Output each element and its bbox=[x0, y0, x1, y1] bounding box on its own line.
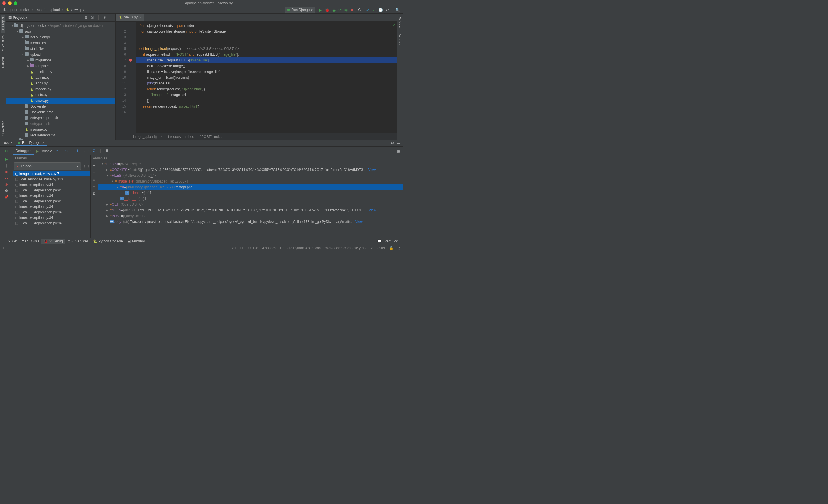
variable-row[interactable]: ▶ ≡ 0 = {InMemoryUploadedFile: 17680} fa… bbox=[97, 184, 403, 190]
variable-row[interactable]: 01 __len__ = {int} 1 bbox=[97, 190, 403, 196]
run-icon[interactable]: ▶ bbox=[319, 8, 322, 12]
tool-tab-database[interactable]: Database bbox=[398, 31, 402, 49]
force-step-into-icon[interactable]: ⇓ bbox=[82, 149, 85, 153]
project-panel-title[interactable]: ▤ Project ▾ bbox=[8, 15, 28, 19]
tool-tab-favorites[interactable]: 2: Favorites bbox=[1, 119, 5, 140]
bottom-tab-debug[interactable]: 🐞 5: Debug bbox=[41, 239, 65, 244]
close-icon[interactable]: × bbox=[42, 141, 44, 145]
coverage-icon[interactable]: ◉ bbox=[332, 8, 335, 12]
tree-row[interactable]: ▶ hello_django bbox=[6, 34, 115, 40]
tree-row[interactable]: ▶ templates bbox=[6, 63, 115, 69]
variables-tree[interactable]: ▼ ≡ request = {WSGIRequest} ▶ ≡ COOKIES … bbox=[97, 161, 403, 238]
breakpoint-gutter[interactable] bbox=[128, 21, 132, 133]
tree-row[interactable]: Dockerfile bbox=[6, 103, 115, 109]
copy-icon[interactable]: ⧉ bbox=[93, 191, 95, 195]
tree-row[interactable]: 🐍 models.py bbox=[6, 86, 115, 92]
code-editor[interactable]: 12345678910111213141516 from django.shor… bbox=[116, 21, 397, 133]
frame-row[interactable]: ▢__call__, deprecation.py:94 bbox=[13, 209, 90, 215]
history-icon[interactable]: 🕒 bbox=[378, 8, 383, 12]
tree-row[interactable]: requirements.txt bbox=[6, 132, 115, 138]
tree-row[interactable]: ▼ upload bbox=[6, 52, 115, 57]
down-icon[interactable]: ▼ bbox=[92, 185, 96, 189]
hide-icon[interactable]: — bbox=[397, 141, 401, 145]
crumb-0[interactable]: django-on-docker bbox=[2, 8, 31, 12]
tree-row[interactable]: ▶ migrations bbox=[6, 57, 115, 63]
expand-icon[interactable]: ⇲ bbox=[91, 15, 94, 20]
tree-row[interactable]: mediafiles bbox=[6, 40, 115, 46]
event-log-tab[interactable]: 💬 Event Log bbox=[375, 239, 401, 244]
frame-row[interactable]: ▢__call__, deprecation.py:94 bbox=[13, 220, 90, 226]
prev-frame-icon[interactable]: ↑ bbox=[82, 164, 86, 168]
tree-row[interactable]: 🐍 admin.py bbox=[6, 75, 115, 81]
bottom-tab-services[interactable]: ⊙ 8: Services bbox=[65, 239, 91, 244]
tree-row[interactable]: entrypoint.prod.sh bbox=[6, 115, 115, 121]
profile-icon[interactable]: ⟳ bbox=[338, 8, 342, 12]
frame-row[interactable]: ▢image_upload, views.py:7 bbox=[13, 171, 90, 177]
tree-row[interactable]: 🐍 apps.py bbox=[6, 81, 115, 86]
frame-row[interactable]: ▢inner, exception.py:34 bbox=[13, 193, 90, 198]
memory-indicator-icon[interactable]: ◔ bbox=[398, 246, 401, 250]
indent[interactable]: 4 spaces bbox=[262, 246, 276, 250]
frame-row[interactable]: ▢inner, exception.py:34 bbox=[13, 204, 90, 209]
fold-gutter[interactable] bbox=[132, 21, 136, 133]
ed-crumb-0[interactable]: image_upload() bbox=[133, 135, 157, 139]
debugger-tab[interactable]: Debugger bbox=[13, 148, 34, 154]
remove-watch-icon[interactable]: − bbox=[93, 171, 95, 175]
stop-icon[interactable]: ■ bbox=[350, 8, 353, 12]
editor-breadcrumbs[interactable]: image_upload() 〉 if request.method == "P… bbox=[116, 133, 397, 140]
bottom-tab-terminal[interactable]: ▣ Terminal bbox=[125, 239, 147, 244]
tree-row[interactable]: 🐍 manage.py bbox=[6, 127, 115, 132]
gear-icon[interactable]: ✻ bbox=[390, 141, 394, 145]
analysis-ok-icon[interactable]: ✓ bbox=[392, 23, 396, 27]
line-separator[interactable]: LF bbox=[240, 246, 244, 250]
add-watch-icon[interactable]: ＋ bbox=[92, 163, 96, 168]
rerun-icon[interactable]: ↻ bbox=[0, 149, 13, 153]
variable-row[interactable]: ▶ ≡ GET = {QueryDict: 0} bbox=[97, 201, 403, 207]
project-tree[interactable]: ▼ django-on-docker~/repos/testdriven/dja… bbox=[6, 21, 115, 140]
close-window-btn[interactable] bbox=[2, 1, 6, 5]
tree-row[interactable]: ▼ django-on-docker~/repos/testdriven/dja… bbox=[6, 23, 115, 29]
console-tab[interactable]: ▶ Console bbox=[34, 148, 54, 154]
search-icon[interactable]: 🔍 bbox=[395, 8, 400, 12]
frame-row[interactable]: ▢_get_response, base.py:113 bbox=[13, 177, 90, 182]
frame-row[interactable]: ▢__call__, deprecation.py:94 bbox=[13, 187, 90, 193]
minimize-window-btn[interactable] bbox=[8, 1, 11, 5]
locate-icon[interactable]: ⊕ bbox=[85, 15, 88, 20]
variable-row[interactable]: ▶ ≡ META = {dict: 71} {'PYDEVD_LOAD_VALU… bbox=[97, 207, 403, 213]
crumb-2[interactable]: upload bbox=[48, 8, 61, 12]
threads-icon[interactable]: ≡ bbox=[56, 149, 58, 153]
variable-row[interactable]: 01 body = {str} 'Traceback (most recent … bbox=[97, 219, 403, 225]
step-into-icon[interactable]: ↓ bbox=[71, 149, 73, 153]
step-into-my-icon[interactable]: ⤓ bbox=[76, 149, 79, 153]
tree-row[interactable]: Dockerfile.prod bbox=[6, 109, 115, 115]
frames-list[interactable]: ▢image_upload, views.py:7▢_get_response,… bbox=[13, 171, 90, 238]
zoom-window-btn[interactable] bbox=[14, 1, 17, 5]
tree-row[interactable]: 🐍 __init__.py bbox=[6, 69, 115, 75]
settings-icon[interactable]: ✻ bbox=[5, 189, 8, 193]
caret-position[interactable]: 7:1 bbox=[232, 246, 236, 250]
variable-row[interactable]: 01 __len__ = {int} 1 bbox=[97, 196, 403, 201]
variable-row[interactable]: ▼ ≡ request = {WSGIRequest} bbox=[97, 161, 403, 167]
tree-row[interactable]: staticfiles bbox=[6, 46, 115, 52]
tool-tab-project[interactable]: 1: Project bbox=[1, 15, 5, 33]
git-commit-icon[interactable]: ✓ bbox=[372, 8, 375, 12]
git-branch[interactable]: ⎇ master bbox=[370, 246, 385, 250]
tree-row[interactable]: ▼ app bbox=[6, 29, 115, 34]
bottom-tab-git[interactable]: ≚ 9: Git bbox=[2, 239, 19, 244]
tool-tab-sciview[interactable]: SciView bbox=[398, 15, 402, 31]
run-to-cursor-icon[interactable]: ↧ bbox=[93, 149, 96, 153]
step-over-icon[interactable]: ↷ bbox=[65, 149, 68, 153]
tree-row[interactable]: 🐍 tests.py bbox=[6, 92, 115, 98]
concurrency-icon[interactable]: ⇉ bbox=[344, 8, 348, 12]
run-configuration-selector[interactable]: Run Django ▾ bbox=[285, 7, 315, 13]
mute-breakpoints-icon[interactable]: ⊘ bbox=[5, 183, 8, 187]
step-out-icon[interactable]: ↑ bbox=[88, 149, 90, 153]
variable-row[interactable]: ▼ ≡ 'image_file' = {InMemoryUploadedFile… bbox=[97, 179, 403, 184]
hide-icon[interactable]: — bbox=[109, 15, 113, 20]
layout-settings-icon[interactable]: ▦ bbox=[397, 149, 401, 153]
frame-row[interactable]: ▢inner, exception.py:34 bbox=[13, 215, 90, 220]
readonly-lock-icon[interactable]: 🔓 bbox=[389, 246, 394, 250]
code-body[interactable]: from django.shortcuts import renderfrom … bbox=[136, 21, 397, 133]
stop-icon[interactable]: ■ bbox=[5, 170, 7, 174]
tool-tab-structure[interactable]: 7: Structure bbox=[1, 33, 5, 54]
